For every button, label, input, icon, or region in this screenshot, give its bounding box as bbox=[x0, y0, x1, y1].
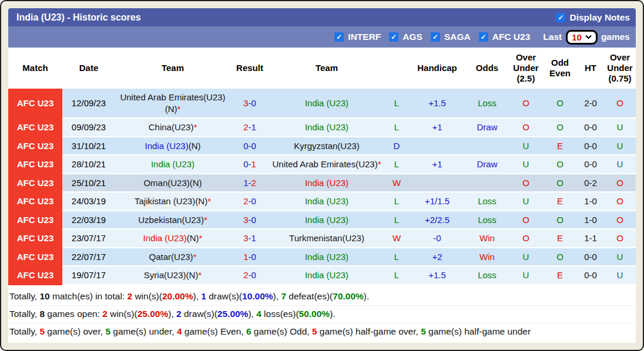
odd-even-cell: E bbox=[543, 193, 577, 211]
text-segment: 2 bbox=[127, 291, 132, 301]
over-under-25-cell: O bbox=[509, 119, 543, 137]
result-cell: 1-0 bbox=[230, 248, 269, 267]
home-team-cell: India (U23) bbox=[115, 156, 230, 174]
text-segment: * bbox=[199, 233, 203, 243]
summary-line: Totally, 5 game(s) over, 5 game(s) under… bbox=[9, 323, 635, 340]
half-time-score-cell: 0-2 bbox=[577, 174, 604, 193]
text-segment: 4 bbox=[256, 309, 261, 319]
odd-even-cell: O bbox=[543, 89, 577, 119]
text-segment: 5 bbox=[312, 326, 317, 336]
handicap-cell: +1.5 bbox=[409, 89, 465, 119]
text-segment: India (U23) bbox=[305, 215, 348, 225]
away-score: 1 bbox=[251, 159, 256, 169]
column-header: Odd Even bbox=[543, 48, 577, 89]
column-header: HT bbox=[577, 48, 604, 89]
table-row: AFC U2322/03/19Uzbekistan(U23)*3-0India … bbox=[8, 211, 636, 230]
text-segment: ), bbox=[273, 291, 281, 301]
odd-even-cell: O bbox=[543, 119, 577, 137]
over-under-25-cell: O bbox=[509, 211, 543, 230]
away-score: 0 bbox=[251, 98, 256, 108]
text-segment: Kyrgyzstan(U23) bbox=[294, 141, 360, 151]
odd-even-cell: O bbox=[543, 248, 577, 267]
date-cell: 23/07/17 bbox=[62, 230, 115, 248]
text-segment: 25.00% bbox=[137, 309, 169, 319]
half-time-score-cell: 1-1 bbox=[577, 230, 604, 248]
odds-cell: Loss bbox=[465, 266, 509, 285]
chevron-down-icon bbox=[585, 35, 592, 39]
text-segment: * bbox=[378, 159, 381, 169]
text-segment: game(s) half-game under bbox=[426, 326, 531, 336]
away-team-cell: India (U23) bbox=[269, 119, 384, 137]
column-header bbox=[384, 48, 409, 89]
filter-checkbox-label: INTERF bbox=[348, 32, 381, 42]
wdl-cell: L bbox=[384, 266, 409, 285]
text-segment: 10.00% bbox=[242, 291, 273, 301]
text-segment: Syria(U23)(N) bbox=[144, 270, 199, 280]
text-segment: China(U23) bbox=[149, 122, 194, 132]
odd-even-cell: E bbox=[543, 137, 577, 156]
home-score: 2 bbox=[243, 270, 248, 280]
checkbox-checked-icon[interactable]: ✓ bbox=[334, 32, 344, 42]
half-time-score-cell: 0-0 bbox=[577, 248, 604, 267]
filter-checkbox-item[interactable]: ✓AFC U23 bbox=[479, 32, 531, 42]
text-segment: Turkmenistan(U23) bbox=[289, 233, 364, 243]
text-segment: 4 bbox=[177, 326, 182, 336]
result-cell: 3-0 bbox=[230, 89, 269, 119]
half-time-score-cell: 0-0 bbox=[577, 266, 604, 285]
text-segment: United Arab Emirates(U23) bbox=[272, 159, 377, 169]
checkbox-checked-icon[interactable]: ✓ bbox=[479, 32, 488, 42]
over-under-25-cell: U bbox=[509, 266, 543, 285]
home-team-cell: Uzbekistan(U23)* bbox=[115, 211, 230, 230]
result-cell: 2-0 bbox=[230, 193, 269, 211]
odds-cell: Win bbox=[465, 248, 509, 267]
away-score: 0 bbox=[251, 196, 256, 206]
handicap-cell bbox=[409, 137, 465, 156]
over-under-25-cell: U bbox=[509, 193, 543, 211]
checkbox-checked-icon[interactable]: ✓ bbox=[389, 32, 398, 42]
wdl-cell: L bbox=[384, 211, 409, 230]
date-cell: 25/10/21 bbox=[62, 174, 115, 193]
date-cell: 28/10/21 bbox=[62, 156, 115, 174]
display-notes-toggle[interactable]: ✓ Display Notes bbox=[556, 12, 630, 23]
last-label: Last bbox=[543, 32, 562, 42]
filter-checkbox-item[interactable]: ✓INTERF bbox=[334, 32, 381, 42]
away-team-cell: India (U23) bbox=[269, 174, 384, 193]
checkbox-checked-icon[interactable]: ✓ bbox=[431, 32, 440, 42]
date-cell: 24/03/19 bbox=[62, 193, 115, 211]
handicap-cell: +2/2.5 bbox=[409, 211, 465, 230]
last-games-select[interactable]: 10 bbox=[566, 30, 598, 45]
home-score: 1 bbox=[243, 178, 248, 188]
over-under-075-cell: U bbox=[604, 119, 636, 137]
handicap-cell: +1.5 bbox=[409, 266, 465, 285]
text-segment: United Arab Emirates(U23)(N) bbox=[120, 92, 225, 114]
handicap-cell: +2 bbox=[409, 248, 465, 267]
checkbox-checked-icon[interactable]: ✓ bbox=[556, 13, 565, 22]
text-segment: 25.00% bbox=[217, 309, 249, 319]
half-time-score-cell: 1-0 bbox=[577, 193, 604, 211]
handicap-cell: +1 bbox=[409, 119, 465, 137]
wdl-cell: W bbox=[384, 230, 409, 248]
filter-checkbox-item[interactable]: ✓AGS bbox=[389, 32, 422, 42]
half-time-score-cell: 0-0 bbox=[577, 156, 604, 174]
away-score: 1 bbox=[251, 233, 256, 243]
table-row: AFC U2312/09/23United Arab Emirates(U23)… bbox=[8, 89, 636, 119]
filter-checkbox-label: AFC U23 bbox=[492, 32, 531, 42]
column-header: Odds bbox=[465, 48, 509, 89]
over-under-25-cell: O bbox=[509, 230, 543, 248]
over-under-25-cell: O bbox=[509, 89, 543, 119]
league-badge: AFC U23 bbox=[8, 193, 62, 211]
date-cell: 31/10/21 bbox=[62, 137, 115, 156]
text-segment: 8 bbox=[39, 309, 45, 319]
text-segment: 2 bbox=[102, 309, 108, 319]
home-score: 3 bbox=[243, 98, 248, 108]
text-segment: * bbox=[177, 104, 180, 114]
filter-checkbox-group: ✓INTERF✓AGS✓SAGA✓AFC U23 bbox=[326, 32, 530, 42]
text-segment: India (U23) bbox=[145, 141, 188, 151]
wdl-cell: D bbox=[384, 137, 409, 156]
result-cell: 2-0 bbox=[230, 266, 269, 285]
league-badge: AFC U23 bbox=[8, 230, 62, 248]
text-segment: * bbox=[193, 252, 197, 262]
text-segment: India (U23) bbox=[305, 98, 348, 108]
league-badge: AFC U23 bbox=[8, 174, 62, 193]
filter-checkbox-item[interactable]: ✓SAGA bbox=[431, 32, 471, 42]
